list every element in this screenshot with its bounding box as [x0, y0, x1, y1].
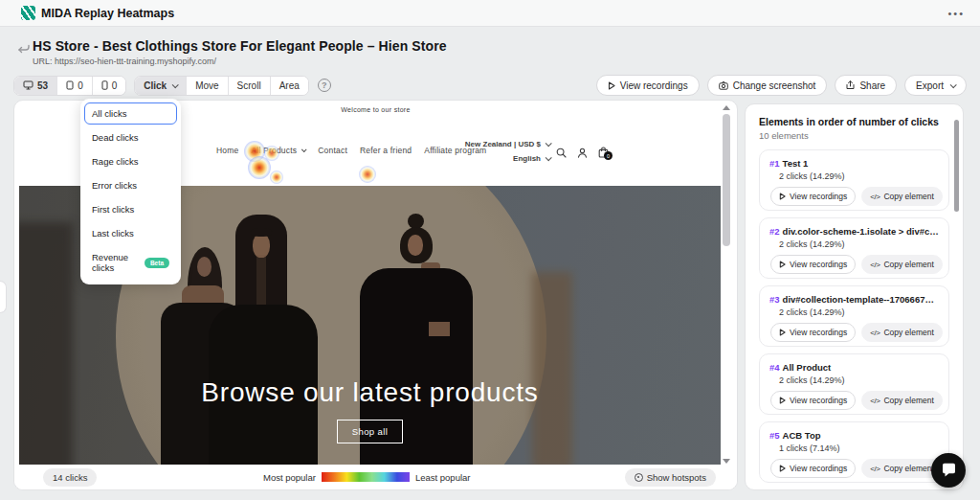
view-recordings-button[interactable]: View recordings — [770, 323, 856, 342]
view-recordings-button[interactable]: View recordings — [770, 187, 856, 206]
share-icon — [846, 80, 855, 90]
back-icon[interactable] — [17, 42, 31, 56]
code-icon: </> — [870, 465, 880, 473]
dropdown-item-label: Last clicks — [92, 228, 134, 239]
export-button[interactable]: Export — [904, 75, 967, 96]
account-icon[interactable] — [577, 148, 588, 158]
element-rank: #2 — [769, 226, 780, 237]
language-selector[interactable]: English — [465, 154, 550, 163]
element-title: #5ACB Top — [769, 430, 939, 441]
element-card: #5ACB Top 1 clicks (7.14%) View recordin… — [759, 421, 949, 483]
play-icon — [608, 81, 615, 90]
scroll-down-icon[interactable] — [723, 459, 730, 464]
copy-element-button[interactable]: </> Copy element — [861, 323, 943, 342]
change-screenshot-button[interactable]: Change screenshot — [707, 75, 828, 96]
device-tab-desktop[interactable]: 53 — [14, 77, 57, 95]
side-drawer-handle[interactable] — [0, 281, 7, 313]
dropdown-item-first-clicks[interactable]: First clicks — [84, 198, 177, 220]
button-label: Share — [859, 80, 885, 91]
beta-badge: Beta — [145, 258, 169, 268]
view-recordings-button[interactable]: View recordings — [596, 75, 700, 96]
element-card: #1Test 1 2 clicks (14.29%) View recordin… — [759, 149, 949, 211]
store-nav-item-refer-a-friend[interactable]: Refer a friend — [360, 146, 412, 155]
store-header-icons: 0 — [556, 147, 609, 158]
dropdown-item-error-clicks[interactable]: Error clicks — [84, 174, 177, 196]
tablet-icon — [66, 80, 74, 90]
elements-list: #1Test 1 2 clicks (14.29%) View recordin… — [759, 149, 949, 490]
mode-label: Area — [279, 80, 300, 91]
mode-tab-click[interactable]: Click — [135, 77, 187, 95]
dropdown-item-revenue-clicks[interactable]: Revenue clicksBeta — [84, 246, 177, 279]
element-card: #2div.color-scheme-1.isolate > div#colle… — [759, 217, 949, 279]
mode-tab-scroll[interactable]: Scroll — [229, 77, 271, 95]
scrollbar-thumb[interactable] — [723, 114, 730, 246]
button-label: Show hotspots — [647, 472, 706, 483]
sidebar-scrollbar-thumb[interactable] — [954, 120, 959, 212]
shop-all-button[interactable]: Shop all — [337, 420, 404, 443]
heatmap-gradient-bar — [322, 472, 410, 482]
code-icon: </> — [870, 193, 880, 201]
dropdown-item-all-clicks[interactable]: All clicks — [84, 102, 177, 125]
search-icon[interactable] — [556, 148, 567, 158]
app-title: MIDA Replay Heatmaps — [41, 7, 174, 20]
dropdown-item-rage-clicks[interactable]: Rage clicks — [84, 150, 177, 172]
mode-tab-area[interactable]: Area — [271, 77, 308, 95]
store-nav-item-home[interactable]: Home — [216, 146, 238, 155]
element-title: #2div.color-scheme-1.isolate > div#colle… — [769, 226, 939, 237]
play-icon — [779, 329, 786, 336]
view-recordings-button[interactable]: View recordings — [770, 391, 856, 410]
scroll-up-icon[interactable] — [723, 105, 730, 110]
dropdown-item-label: Revenue clicks — [92, 252, 141, 273]
element-clicks: 1 clicks (7.14%) — [779, 443, 939, 453]
show-hotspots-button[interactable]: Show hotspots — [625, 468, 716, 487]
device-tabs: 53 0 0 — [13, 76, 126, 96]
device-count: 53 — [37, 80, 48, 91]
store-nav-item-contact[interactable]: Contact — [318, 146, 347, 155]
preview-scrollbar[interactable] — [721, 102, 732, 466]
page-title: HS Store - Best Clothings Store For Eleg… — [33, 38, 447, 54]
help-icon[interactable]: ? — [318, 79, 331, 92]
view-recordings-button[interactable]: View recordings — [770, 459, 856, 478]
device-tab-tablet[interactable]: 0 — [57, 77, 93, 95]
dropdown-item-label: Rage clicks — [92, 156, 139, 167]
element-card: #4All Product 2 clicks (14.29%) View rec… — [759, 353, 949, 415]
dropdown-item-dead-clicks[interactable]: Dead clicks — [84, 126, 177, 148]
chevron-down-icon — [950, 81, 957, 88]
dropdown-item-label: Error clicks — [92, 180, 137, 191]
hero-copy: Browse our latest products Shop all — [19, 377, 721, 443]
share-button[interactable]: Share — [835, 75, 897, 96]
button-label: View recordings — [790, 260, 847, 269]
play-icon — [779, 261, 786, 268]
chevron-down-icon — [172, 81, 179, 88]
play-icon — [779, 397, 786, 404]
overflow-menu-icon[interactable]: ••• — [947, 8, 965, 19]
hotspot-icon — [635, 473, 643, 482]
button-label: Copy element — [883, 464, 933, 473]
heatmap-spot — [359, 166, 376, 183]
button-label: Change screenshot — [733, 80, 816, 91]
toolbar: 53 0 0 Click Move Scroll Area ? — [13, 75, 967, 96]
view-recordings-button[interactable]: View recordings — [770, 255, 856, 274]
region-selector[interactable]: New Zealand | USD $ — [465, 140, 550, 148]
nav-item-label: Contact — [318, 146, 347, 155]
element-name: div.color-scheme-1.isolate > div#collect… — [783, 226, 939, 237]
mida-logo-icon — [21, 6, 35, 20]
app-root: MIDA Replay Heatmaps ••• HS Store - Best… — [0, 0, 980, 500]
desktop-icon — [23, 80, 33, 90]
store-locale: New Zealand | USD $ English — [465, 140, 550, 169]
copy-element-button[interactable]: </> Copy element — [861, 391, 943, 410]
click-type-dropdown: All clicksDead clicksRage clicksError cl… — [80, 99, 181, 284]
chat-widget-button[interactable] — [931, 453, 966, 488]
copy-element-button[interactable]: </> Copy element — [861, 255, 943, 274]
copy-element-button[interactable]: </> Copy element — [861, 187, 943, 206]
legend-least-label: Least popular — [415, 472, 471, 483]
mode-tab-move[interactable]: Move — [187, 77, 228, 95]
store-nav-item-all-products[interactable]: All Products — [251, 146, 305, 155]
page-url: URL: https://seo-hien-ttt-training.mysho… — [33, 57, 447, 66]
heatmap-spot — [248, 156, 271, 179]
store-nav: HomeAll ProductsContactRefer a friendAff… — [216, 146, 486, 155]
cart-button[interactable]: 0 — [598, 147, 609, 158]
dropdown-item-last-clicks[interactable]: Last clicks — [84, 222, 177, 244]
language-label: English — [513, 154, 541, 163]
device-tab-mobile[interactable]: 0 — [93, 77, 126, 95]
